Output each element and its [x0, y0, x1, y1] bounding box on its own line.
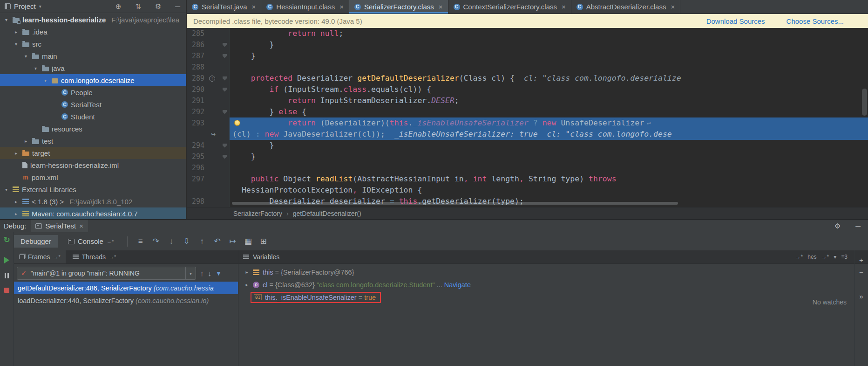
- code-line[interactable]: (cl) : new JavaDeserializer(cl)); _isEna…: [230, 129, 868, 140]
- tree-collapsed-arrow-icon[interactable]: ▸: [13, 211, 20, 216]
- close-icon[interactable]: ×: [439, 3, 443, 11]
- tree-item-main[interactable]: ▾main: [0, 50, 186, 62]
- editor-tab-serializerfactory-class[interactable]: CSerializerFactory.class×: [349, 0, 448, 14]
- code-line[interactable]: }: [230, 39, 868, 50]
- fold-marker-icon[interactable]: [223, 88, 227, 92]
- add-watch-icon[interactable]: +: [859, 256, 863, 264]
- code-line[interactable]: }: [230, 50, 868, 62]
- settings-gear-icon[interactable]: ⚙: [834, 222, 841, 230]
- expand-arrow-icon[interactable]: ▸: [244, 269, 250, 275]
- tree-item-resources[interactable]: resources: [0, 123, 186, 135]
- breadcrumb-item-getdefaultdeserializer[interactable]: getDefaultDeserializer(): [293, 210, 361, 217]
- step-over-icon[interactable]: ↷: [150, 236, 162, 246]
- drop-frame-icon[interactable]: ↶: [211, 236, 223, 246]
- fold-marker-icon[interactable]: [223, 110, 227, 114]
- tree-item-people[interactable]: CPeople: [0, 86, 186, 98]
- code-line[interactable]: }: [230, 151, 868, 162]
- editor-tab-abstractdeserializer-class[interactable]: CAbstractDeserializer.class×: [571, 0, 681, 14]
- close-icon[interactable]: ×: [79, 222, 83, 230]
- step-into-icon[interactable]: ↓: [165, 237, 177, 246]
- tree-expanded-arrow-icon[interactable]: ▾: [13, 41, 20, 47]
- minimize-icon[interactable]: ─: [855, 222, 861, 230]
- resume-icon[interactable]: [4, 257, 9, 263]
- tree-item-external-libraries[interactable]: ▾External Libraries: [0, 183, 186, 195]
- debug-tab-debugger[interactable]: Debugger: [14, 235, 58, 248]
- variable-row-cl[interactable]: ▸pcl = {Class@632} "class com.longofo.de…: [238, 278, 868, 291]
- navigate-link[interactable]: Navigate: [444, 281, 471, 289]
- tree-collapsed-arrow-icon[interactable]: ▸: [13, 151, 20, 156]
- tree-item-learn-hession-deserialize-iml[interactable]: learn-hession-deserialize.iml: [0, 159, 186, 171]
- code-editor[interactable]: 285 return null;286 }287 }288289↑ protec…: [187, 28, 868, 207]
- hide-panel-icon[interactable]: ─: [175, 2, 180, 11]
- banner-link-choose-sources[interactable]: Choose Sources...: [787, 17, 844, 25]
- fold-marker-icon[interactable]: [223, 43, 227, 47]
- project-panel-title[interactable]: Project: [14, 2, 36, 10]
- tree-item-idea[interactable]: ▸.idea: [0, 26, 186, 38]
- code-line[interactable]: return InputStreamDeserializer.DESER;: [230, 95, 868, 106]
- code-line[interactable]: } else {: [230, 106, 868, 117]
- variable-row-this[interactable]: ▸this = {SerializerFactory@766}: [238, 266, 868, 278]
- run-to-cursor-icon[interactable]: ↦: [227, 236, 238, 246]
- show-execution-point-icon[interactable]: ≡: [135, 237, 146, 246]
- tree-item-target[interactable]: ▸target: [0, 147, 186, 159]
- tree-item-learn-hession-deserialize[interactable]: ▾learn-hession-deserializeF:\java\javapr…: [0, 14, 186, 26]
- tree-expanded-arrow-icon[interactable]: ▾: [42, 78, 49, 83]
- code-line[interactable]: }: [230, 140, 868, 151]
- force-step-into-icon[interactable]: ⇩: [181, 236, 192, 246]
- fold-marker-icon[interactable]: [223, 76, 227, 81]
- pause-icon[interactable]: [5, 273, 9, 278]
- code-line[interactable]: return (Deserializer)(this._isEnableUnsa…: [230, 117, 868, 129]
- tree-item-maven-com-caucho-hessian-4-0-7[interactable]: ▸Maven: com.caucho:hessian:4.0.7: [0, 207, 186, 219]
- collapse-all-icon[interactable]: ⇅: [135, 2, 141, 11]
- close-icon[interactable]: ×: [252, 3, 256, 11]
- remove-watch-icon[interactable]: −: [859, 268, 863, 276]
- debug-view-tab-threads[interactable]: Threads→*: [68, 250, 122, 263]
- dropdown-caret-icon[interactable]: ▾: [834, 254, 836, 260]
- tree-item-pom-xml[interactable]: mpom.xml: [0, 171, 186, 183]
- thread-selector-dropdown[interactable]: ✓"main"@1 in group "main": RUNNING▾: [17, 267, 196, 280]
- stop-icon[interactable]: [4, 288, 9, 293]
- tree-item-1-8-3[interactable]: ▸< 1.8 (3) >F:\java\jdk1.8.0_102: [0, 195, 186, 207]
- debug-session-tab[interactable]: SerialTest ×: [31, 220, 88, 232]
- tree-item-test[interactable]: ▸test: [0, 135, 186, 147]
- tree-item-com-longofo-deserialize[interactable]: ▾com.longofo.deserialize: [0, 74, 186, 86]
- close-icon[interactable]: ×: [562, 3, 566, 11]
- layout-settings-icon[interactable]: ⊞: [258, 236, 269, 246]
- expand-arrow-icon[interactable]: ▸: [244, 282, 250, 287]
- override-method-gutter-icon[interactable]: ↑: [209, 76, 215, 82]
- variable-row-this-isenableunsafeserializer[interactable]: 01this._isEnableUnsafeSerializer = true: [238, 291, 868, 304]
- step-out-icon[interactable]: ↑: [196, 237, 208, 246]
- truncated-label[interactable]: hes: [807, 254, 816, 260]
- hide-frames-filter-icon[interactable]: ▼: [216, 270, 222, 277]
- stack-frame-row[interactable]: loadDeserializer:440, SerializerFactory …: [14, 294, 238, 307]
- breadcrumb-item-serializerfactory[interactable]: SerializerFactory: [233, 210, 282, 217]
- close-icon[interactable]: ×: [671, 3, 675, 11]
- view-options-icon[interactable]: ≡3: [841, 254, 848, 260]
- evaluate-expression-icon[interactable]: ▦: [242, 236, 254, 246]
- tree-expanded-arrow-icon[interactable]: ▾: [22, 54, 29, 59]
- tree-collapsed-arrow-icon[interactable]: ▸: [13, 29, 20, 35]
- intention-bulb-icon[interactable]: [234, 120, 240, 126]
- code-line[interactable]: return null;: [230, 28, 868, 39]
- up-the-stack-icon[interactable]: ↑: [200, 269, 204, 277]
- fold-marker-icon[interactable]: [223, 144, 227, 148]
- code-line[interactable]: public Object readList(AbstractHessianIn…: [230, 173, 868, 185]
- tree-collapsed-arrow-icon[interactable]: ▸: [13, 199, 20, 204]
- banner-link-download-sources[interactable]: Download Sources: [706, 17, 765, 25]
- rerun-icon[interactable]: ↻: [3, 235, 10, 245]
- code-line[interactable]: [230, 162, 868, 173]
- tree-collapsed-arrow-icon[interactable]: ▸: [22, 138, 29, 144]
- code-line[interactable]: [230, 62, 868, 73]
- debug-tab-console[interactable]: Console→*: [61, 235, 120, 248]
- jump-to-source-icon[interactable]: →*: [795, 254, 803, 260]
- tree-expanded-arrow-icon[interactable]: ▾: [3, 187, 10, 192]
- chevron-down-icon[interactable]: ▾: [185, 267, 196, 279]
- tree-expanded-arrow-icon[interactable]: ▾: [3, 17, 10, 22]
- code-line[interactable]: Deserializer deserializer = this.getDese…: [230, 196, 868, 207]
- more-options-icon[interactable]: »: [859, 292, 863, 300]
- locate-file-icon[interactable]: ⊕: [115, 2, 122, 11]
- fold-marker-icon[interactable]: [223, 155, 227, 159]
- close-icon[interactable]: ×: [339, 3, 344, 11]
- tree-item-student[interactable]: CStudent: [0, 110, 186, 123]
- editor-tab-contextserializerfactory-class[interactable]: CContextSerializerFactory.class×: [448, 0, 571, 14]
